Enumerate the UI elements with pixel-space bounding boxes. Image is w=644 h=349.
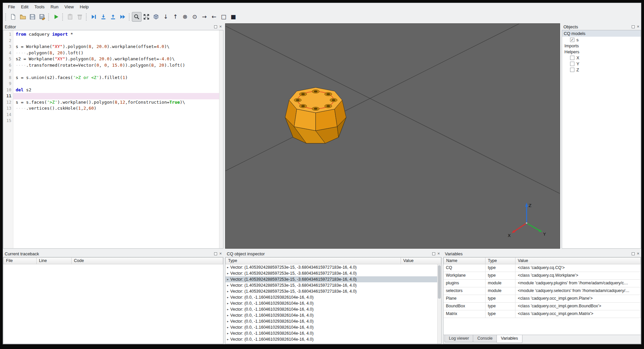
code-line[interactable] xyxy=(13,68,219,75)
code-line[interactable]: del s2 xyxy=(13,87,219,93)
expand-arrow-icon[interactable]: ▸ xyxy=(227,326,229,329)
variables-row[interactable]: Matrixtype<class 'cadquery.occ_impl.geom… xyxy=(444,310,641,318)
column-header-value[interactable]: Value xyxy=(401,257,441,264)
3d-scene[interactable]: X Y Z xyxy=(225,24,560,248)
wireframe-button[interactable]: □ xyxy=(219,12,228,22)
float-panel-icon[interactable] xyxy=(632,25,635,28)
float-panel-icon[interactable] xyxy=(214,252,217,255)
open-button[interactable] xyxy=(18,12,28,22)
menu-run[interactable]: Run xyxy=(48,4,62,10)
float-panel-icon[interactable] xyxy=(214,25,217,28)
inspector-row[interactable]: ▸Vector: (1.4053924288597253e-15, -3.680… xyxy=(225,276,437,282)
expand-arrow-icon[interactable]: ▸ xyxy=(227,302,229,305)
variables-row[interactable]: pluginsmodule<module 'cadquery.plugins' … xyxy=(444,280,641,287)
inspector-row[interactable]: ▸Vector: (0.0, -1.1604610293826104e-16, … xyxy=(225,336,437,342)
tree-item-x[interactable]: X xyxy=(562,55,641,61)
cq-model[interactable] xyxy=(285,87,346,143)
debug-paste-button[interactable] xyxy=(65,12,75,22)
code-line[interactable]: from cadquery import * xyxy=(13,31,219,38)
inspector-row[interactable]: ▸Vector: (0.0, -1.1604610293826104e-16, … xyxy=(225,312,437,318)
expand-arrow-icon[interactable]: ▸ xyxy=(227,290,229,293)
expand-arrow-icon[interactable]: ▸ xyxy=(227,296,229,299)
new-file-button[interactable] xyxy=(8,12,18,22)
tree-item-cq-models[interactable]: CQ models xyxy=(562,30,641,37)
expand-arrow-icon[interactable]: ▸ xyxy=(227,278,229,281)
expand-arrow-icon[interactable]: ▸ xyxy=(227,284,229,287)
look-down-button[interactable]: ↓ xyxy=(161,12,170,22)
tree-item-helpers[interactable]: Helpers xyxy=(562,49,641,55)
code-line[interactable]: s2 = Workplane("XY").polygon(8, 20.0).wo… xyxy=(13,56,219,62)
variables-row[interactable]: Planetype<class 'cadquery.occ_impl.geom.… xyxy=(444,295,641,303)
close-panel-icon[interactable]: × xyxy=(637,25,639,28)
column-header-file[interactable]: File xyxy=(3,257,37,264)
expand-arrow-icon[interactable]: ▸ xyxy=(227,332,229,335)
debug-step-out-button[interactable] xyxy=(108,12,118,22)
code-line[interactable]: ····.vertices().cskHole(1,2,60) xyxy=(13,105,219,112)
tab-log-viewer[interactable]: Log viewer xyxy=(445,335,473,342)
inspector-row[interactable]: ▸Vector: (0.0, -1.1604610293826104e-16, … xyxy=(225,324,437,330)
menu-tools[interactable]: Tools xyxy=(31,4,47,10)
editor-code[interactable]: from cadquery import *s = Workplane("XY"… xyxy=(13,30,219,248)
tree-item-z[interactable]: Z xyxy=(562,67,641,73)
close-panel-icon[interactable]: × xyxy=(219,252,222,255)
inspector-row[interactable]: ▸Vector: (0.0, -1.1604610293826104e-16, … xyxy=(225,306,437,312)
checkbox-s[interactable]: ✓ xyxy=(570,38,574,42)
variables-row[interactable]: BoundBoxtype<class 'cadquery.occ_impl.ge… xyxy=(444,303,641,310)
inspector-row[interactable]: ▸Vector: (0.0, -1.1604610293826104e-16, … xyxy=(225,300,437,306)
float-panel-icon[interactable] xyxy=(432,252,435,255)
column-header-name[interactable]: Name xyxy=(444,257,485,264)
column-header-type[interactable]: Type xyxy=(225,257,401,264)
inspector-row[interactable]: ▸Vector: (1.4053924288597253e-15, -3.680… xyxy=(225,282,437,288)
inspector-row[interactable]: ▸Vector: (1.4053924288597253e-15, -3.680… xyxy=(225,264,437,270)
tree-item-y[interactable]: Y xyxy=(562,61,641,67)
float-panel-icon[interactable] xyxy=(632,252,635,255)
column-header-code[interactable]: Code xyxy=(72,257,223,264)
expand-arrow-icon[interactable]: ▸ xyxy=(227,266,229,269)
delete-button[interactable] xyxy=(75,12,85,22)
fit-all-button[interactable] xyxy=(142,12,151,22)
expand-arrow-icon[interactable]: ▸ xyxy=(227,314,229,317)
variables-row[interactable]: selectorsmodule<module 'cadquery.selecto… xyxy=(444,287,641,295)
debug-continue-button[interactable] xyxy=(118,12,128,22)
menu-edit[interactable]: Edit xyxy=(18,4,31,10)
editor-scrollbar[interactable] xyxy=(219,30,223,248)
variables-row[interactable]: CQtype<class 'cadquery.cq.CQ'> xyxy=(444,264,641,272)
close-panel-icon[interactable]: × xyxy=(219,25,222,28)
code-line[interactable] xyxy=(13,81,219,87)
3d-viewport[interactable]: X Y Z xyxy=(225,23,560,249)
tab-variables[interactable]: Variables xyxy=(496,335,522,343)
inspector-row[interactable]: ▸Vector: (0.0, -1.1604610293826104e-16, … xyxy=(225,294,437,300)
code-line[interactable] xyxy=(13,118,219,124)
expand-arrow-icon[interactable]: ▸ xyxy=(227,272,229,275)
shaded-button[interactable]: ■ xyxy=(228,12,238,22)
code-line[interactable] xyxy=(13,112,219,118)
code-line[interactable]: s = s.union(s2).faces('>Z or <Z').fillet… xyxy=(13,75,219,81)
front-view-button[interactable]: ⊗ xyxy=(180,12,190,22)
debug-step-in-button[interactable] xyxy=(99,12,108,22)
scrollbar-thumb[interactable] xyxy=(438,265,441,299)
expand-arrow-icon[interactable]: ▸ xyxy=(227,338,229,341)
left-view-button[interactable]: ← xyxy=(209,12,219,22)
code-line[interactable]: s = s.faces('>Z').workplane().polygon(8,… xyxy=(13,99,219,106)
tab-console[interactable]: Console xyxy=(473,335,497,342)
code-line[interactable]: ····.polygon(8, 20).loft() xyxy=(13,50,219,56)
back-view-button[interactable]: ⊙ xyxy=(190,12,199,22)
inspector-row[interactable]: ▸Vector: (0.0, -1.1604610293826104e-16, … xyxy=(225,330,437,336)
inspector-row[interactable]: ▸Vector: (1.4053924288597253e-15, -3.680… xyxy=(225,270,437,276)
save-as-button[interactable] xyxy=(37,12,47,22)
fit-zoom-button[interactable] xyxy=(132,12,142,22)
variables-row[interactable]: Workplanetype<class 'cadquery.cq.Workpla… xyxy=(444,272,641,280)
close-panel-icon[interactable]: × xyxy=(637,252,639,255)
column-header-line[interactable]: Line xyxy=(37,257,72,264)
menu-view[interactable]: View xyxy=(62,4,77,10)
tree-item-imports[interactable]: Imports xyxy=(562,43,641,49)
menu-file[interactable]: File xyxy=(5,4,18,10)
checkbox-z[interactable] xyxy=(570,68,574,72)
inspector-row[interactable]: ▸Vector: (1.4053924288597253e-15, -3.680… xyxy=(225,288,437,294)
code-line[interactable]: ····.transformed(rotate=Vector(0, 0, 15.… xyxy=(13,62,219,69)
render-button[interactable] xyxy=(51,12,61,22)
expand-arrow-icon[interactable]: ▸ xyxy=(227,308,229,311)
close-panel-icon[interactable]: × xyxy=(437,252,440,255)
column-header-value[interactable]: Value xyxy=(515,257,641,264)
iso-view-button[interactable] xyxy=(151,12,161,22)
